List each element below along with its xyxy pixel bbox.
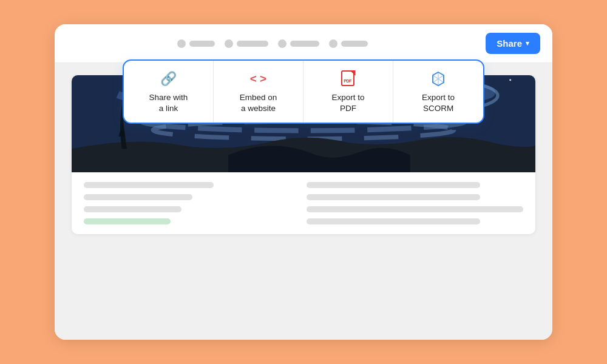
toolbar-item-4 [329,39,368,48]
menu-item-embed-website[interactable]: < > Embed on a website [214,61,304,123]
toolbar-bar-4 [341,41,368,47]
text-line-3 [84,194,192,200]
menu-item-share-link[interactable]: 🔗 Share with a link [124,61,214,123]
share-label: Share [497,38,522,49]
text-lines-section [72,172,535,234]
share-button[interactable]: Share ▾ [486,33,540,54]
toolbar-dot-4 [329,39,337,48]
toolbar-bar-3 [290,41,319,47]
toolbar-dot-1 [177,39,186,48]
toolbar: Share ▾ [55,24,552,63]
embed-website-label: Embed on a website [240,92,277,114]
text-line-4 [307,194,480,200]
toolbar-item-3 [278,39,319,48]
scorm-icon [430,70,446,87]
export-scorm-label: Export to SCORM [422,92,455,114]
toolbar-dot-2 [225,39,233,48]
toolbar-bar-2 [237,41,268,47]
pdf-icon: PDF [341,70,356,87]
share-dropdown-menu: 🔗 Share with a link < > Embed on a websi… [123,59,484,124]
toolbar-dot-3 [278,39,287,48]
embed-icon: < > [250,70,266,87]
device-frame: AI TITEL AI TITEL AI TITEL AI TITEL AI T… [55,24,552,340]
text-line-6 [307,206,523,212]
menu-item-export-scorm[interactable]: Export to SCORM [393,61,483,123]
text-line-8 [307,218,480,224]
export-pdf-label: Export to PDF [331,92,364,114]
text-line-1 [84,182,214,188]
toolbar-item-2 [225,39,268,48]
share-chevron: ▾ [526,39,529,47]
share-link-label: Share with a link [149,92,188,114]
menu-item-export-pdf[interactable]: PDF Export to PDF [304,61,393,123]
text-line-2 [307,182,480,188]
text-line-5 [84,206,181,212]
toolbar-item-1 [177,39,215,48]
text-line-7 [84,218,171,224]
link-icon: 🔗 [160,70,177,87]
svg-point-17 [509,79,511,81]
toolbar-bar-1 [189,41,215,47]
toolbar-controls [67,39,478,48]
